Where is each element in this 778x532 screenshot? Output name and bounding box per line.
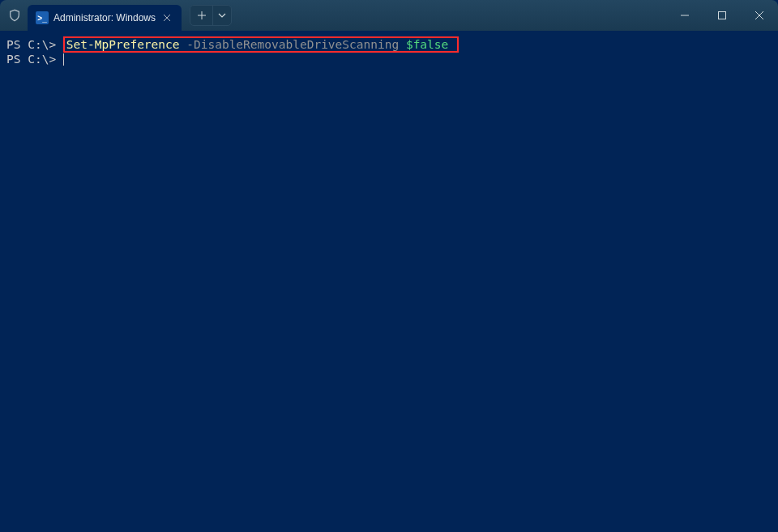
- cmdlet: Set-MpPreference: [66, 38, 180, 51]
- close-tab-button[interactable]: [160, 11, 173, 24]
- svg-rect-5: [719, 12, 726, 19]
- parameter: -DisableRemovableDriveScanning: [186, 38, 399, 51]
- prompt: PS C:\>: [6, 53, 56, 66]
- titlebar: >_ Administrator: Windows Powe: [0, 0, 778, 31]
- highlighted-command: Set-MpPreference -DisableRemovableDriveS…: [63, 36, 459, 53]
- command-line-1: PS C:\> Set-MpPreference -DisableRemovab…: [6, 37, 772, 52]
- new-tab-dropdown[interactable]: [213, 6, 231, 25]
- window-controls: [666, 0, 778, 31]
- cursor: [63, 53, 64, 66]
- tab-title: Administrator: Windows Powe: [53, 12, 157, 23]
- value: $false: [406, 38, 448, 51]
- powershell-icon: >_: [36, 11, 49, 24]
- new-tab-group: [190, 5, 232, 26]
- terminal-output[interactable]: PS C:\> Set-MpPreference -DisableRemovab…: [0, 31, 778, 74]
- command-line-2: PS C:\>: [6, 52, 772, 67]
- new-tab-button[interactable]: [190, 6, 213, 25]
- tab-powershell[interactable]: >_ Administrator: Windows Powe: [28, 5, 182, 31]
- shield-icon: [8, 9, 21, 22]
- close-window-button[interactable]: [741, 0, 778, 31]
- minimize-button[interactable]: [666, 0, 703, 31]
- maximize-button[interactable]: [703, 0, 741, 31]
- prompt: PS C:\>: [6, 38, 56, 51]
